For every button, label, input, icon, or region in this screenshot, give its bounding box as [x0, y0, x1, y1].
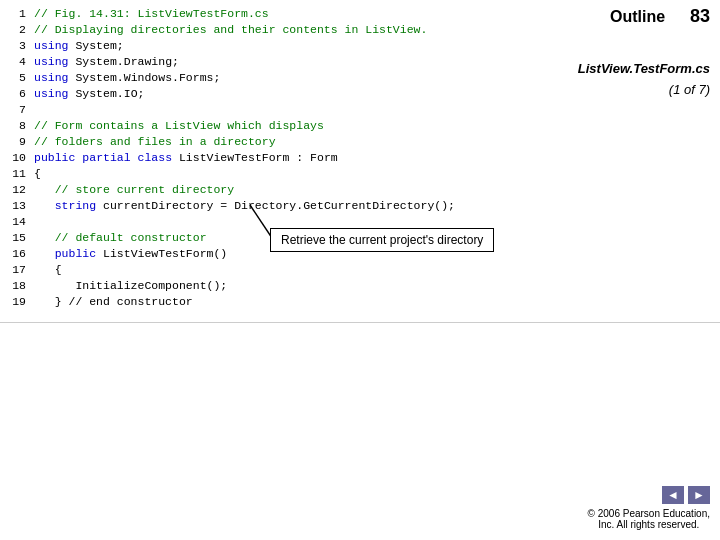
callout-text: Retrieve the current project's directory [281, 233, 483, 247]
line-number: 16 [8, 246, 26, 262]
code-line: 13 string currentDirectory = Directory.G… [8, 198, 547, 214]
line-number: 4 [8, 54, 26, 70]
line-number: 17 [8, 262, 26, 278]
code-line: 8// Form contains a ListView which displ… [8, 118, 547, 134]
filename-label: ListView.TestForm.cs [565, 61, 710, 76]
line-text: using System; [34, 38, 124, 54]
code-line: 6using System.IO; [8, 86, 547, 102]
line-number: 6 [8, 86, 26, 102]
line-number: 13 [8, 198, 26, 214]
page-container: 1// Fig. 14.31: ListViewTestForm.cs2// D… [0, 0, 720, 540]
page-of-label: (1 of 7) [565, 82, 710, 97]
line-text: public partial class ListViewTestForm : … [34, 150, 338, 166]
line-number: 9 [8, 134, 26, 150]
code-line: 12 // store current directory [8, 182, 547, 198]
code-line: 11{ [8, 166, 547, 182]
code-line: 4using System.Drawing; [8, 54, 547, 70]
callout-box: Retrieve the current project's directory [270, 228, 494, 252]
line-text: public ListViewTestForm() [34, 246, 227, 262]
code-line: 19 } // end constructor [8, 294, 547, 310]
line-text: { [34, 166, 41, 182]
line-number: 14 [8, 214, 26, 230]
line-number: 12 [8, 182, 26, 198]
code-line: 1// Fig. 14.31: ListViewTestForm.cs [8, 6, 547, 22]
line-number: 2 [8, 22, 26, 38]
code-line: 7 [8, 102, 547, 118]
line-text: using System.Windows.Forms; [34, 70, 220, 86]
line-number: 3 [8, 38, 26, 54]
copyright-line2: Inc. All rights reserved. [588, 519, 710, 530]
line-text: // folders and files in a directory [34, 134, 276, 150]
footer-nav: ◄ ► [588, 486, 710, 504]
line-text: // default constructor [34, 230, 207, 246]
line-number: 18 [8, 278, 26, 294]
code-line: 5using System.Windows.Forms; [8, 70, 547, 86]
footer: ◄ ► © 2006 Pearson Education, Inc. All r… [588, 486, 710, 530]
line-text: // Displaying directories and their cont… [34, 22, 427, 38]
code-line: 3using System; [8, 38, 547, 54]
code-line: 17 { [8, 262, 547, 278]
page-number: 83 [690, 6, 710, 27]
next-button[interactable]: ► [688, 486, 710, 504]
line-text: // Fig. 14.31: ListViewTestForm.cs [34, 6, 269, 22]
prev-icon: ◄ [667, 489, 679, 501]
line-number: 8 [8, 118, 26, 134]
next-icon: ► [693, 489, 705, 501]
prev-button[interactable]: ◄ [662, 486, 684, 504]
separator [0, 322, 720, 323]
code-line: 2// Displaying directories and their con… [8, 22, 547, 38]
line-number: 10 [8, 150, 26, 166]
line-text: // store current directory [34, 182, 234, 198]
line-number: 19 [8, 294, 26, 310]
line-text: { [34, 262, 62, 278]
line-number: 5 [8, 70, 26, 86]
line-text: using System.Drawing; [34, 54, 179, 70]
line-number: 1 [8, 6, 26, 22]
line-number: 7 [8, 102, 26, 118]
line-text: } // end constructor [34, 294, 193, 310]
code-area: 1// Fig. 14.31: ListViewTestForm.cs2// D… [0, 0, 555, 320]
line-text: InitializeComponent(); [34, 278, 227, 294]
line-number: 11 [8, 166, 26, 182]
outline-label: Outline [565, 8, 710, 26]
line-text: string currentDirectory = Directory.GetC… [34, 198, 455, 214]
copyright-line1: © 2006 Pearson Education, [588, 508, 710, 519]
code-line: 18 InitializeComponent(); [8, 278, 547, 294]
line-text: using System.IO; [34, 86, 144, 102]
right-panel: Outline ListView.TestForm.cs (1 of 7) [555, 0, 720, 320]
code-line: 10public partial class ListViewTestForm … [8, 150, 547, 166]
line-number: 15 [8, 230, 26, 246]
code-line: 9// folders and files in a directory [8, 134, 547, 150]
line-text: // Form contains a ListView which displa… [34, 118, 324, 134]
